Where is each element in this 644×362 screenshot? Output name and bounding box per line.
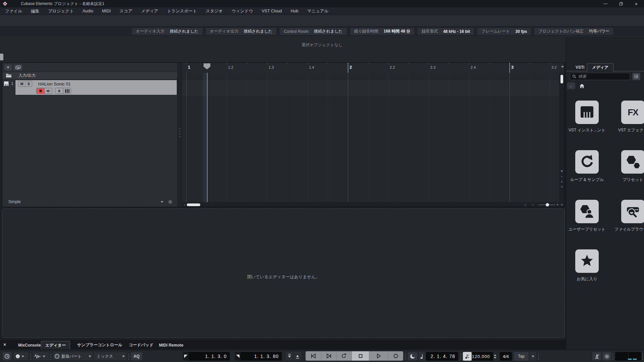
record-mode-group[interactable] — [13, 352, 28, 360]
midi-cycle-mode-group[interactable]: ミックス — [94, 352, 126, 360]
drag-handle[interactable] — [30, 354, 31, 355]
settings-gear-icon[interactable] — [168, 200, 172, 204]
close-lower-zone-icon[interactable]: × — [3, 342, 6, 347]
piano-tile[interactable] — [575, 101, 599, 124]
edit-instrument-button[interactable]: e — [55, 88, 63, 94]
audio-record-mode-group[interactable] — [33, 352, 49, 360]
horizontal-scrollbar[interactable]: ‹ › − + — [182, 202, 560, 207]
playhead-marker[interactable] — [203, 63, 211, 70]
info-item[interactable]: フレームレート30 fps — [477, 28, 531, 35]
metronome-button[interactable] — [592, 352, 601, 360]
drag-handle[interactable] — [460, 354, 461, 355]
restore-button[interactable] — [613, 0, 629, 7]
lower-zone-tab[interactable]: MixConsole — [14, 341, 45, 349]
drag-handle[interactable] — [405, 354, 406, 355]
drag-handle[interactable] — [642, 354, 643, 355]
monitor-button[interactable] — [44, 88, 52, 94]
right-locator-flag-icon[interactable] — [235, 352, 241, 361]
tempo-mode-dropdown[interactable] — [530, 352, 536, 361]
mute-button[interactable]: M — [18, 81, 25, 86]
scroll-left-icon[interactable]: ‹ — [182, 202, 187, 207]
event-display-canvas[interactable] — [182, 73, 560, 202]
info-item[interactable]: 残り録音時間168 時間 48 分 — [350, 28, 415, 35]
file-search-tile[interactable] — [621, 200, 644, 223]
input-output-channels-row[interactable]: 入力/出力 — [2, 72, 177, 79]
menu-item[interactable]: マニュアル — [303, 8, 333, 14]
menu-item[interactable]: 編集 — [26, 8, 44, 14]
drag-handle[interactable] — [128, 354, 129, 355]
tempo-spinner[interactable] — [494, 352, 496, 361]
hexagons-tile[interactable] — [621, 150, 644, 174]
menu-item[interactable]: スコア — [115, 8, 137, 14]
constrain-delay-compensation-icon[interactable] — [3, 352, 11, 360]
menu-item[interactable]: トランスポート — [163, 8, 201, 14]
primary-time-display[interactable]: 2. 1. 4. 78 — [426, 352, 458, 361]
vzoom-out-button[interactable]: − — [559, 174, 565, 178]
punch-out-button[interactable] — [294, 352, 301, 361]
hscroll-thumb[interactable] — [187, 203, 200, 206]
vzoom-in-button[interactable]: + — [559, 185, 565, 189]
tempo-down-icon[interactable] — [494, 357, 496, 359]
track-controls[interactable]: M S HALion Sonic 01 e — [15, 80, 177, 95]
media-search-box[interactable] — [570, 73, 630, 80]
menu-item[interactable]: ファイル — [1, 8, 26, 14]
vertical-scrollbar[interactable]: ▾ − ▪ + — [559, 73, 565, 202]
close-button[interactable]: × — [629, 0, 644, 7]
loop-tile[interactable] — [575, 150, 599, 174]
lower-zone-tab[interactable]: サンプラーコントロール — [73, 341, 126, 349]
menu-item[interactable]: MIDI — [98, 9, 115, 13]
stop-button[interactable] — [352, 351, 369, 361]
menu-item[interactable]: VST Cloud — [257, 9, 286, 13]
audio-mode-dropdown[interactable] — [43, 356, 45, 357]
left-locator-display[interactable]: 1. 1. 3. 0 — [189, 352, 230, 361]
crescent-icon[interactable] — [408, 352, 417, 360]
add-track-button[interactable]: + — [4, 64, 12, 70]
menu-item[interactable]: プロジェクト — [44, 8, 78, 14]
track-controls-preset-label[interactable]: Simple — [8, 199, 21, 204]
vzoom-thumb[interactable]: ▪ — [559, 180, 565, 184]
info-item[interactable]: プロジェクトのパン補正均等パワー — [534, 28, 613, 35]
hzoom-out-button[interactable]: − — [530, 202, 535, 207]
star-tile[interactable] — [575, 249, 599, 273]
go-to-previous-marker-button[interactable] — [306, 351, 321, 361]
cycle-button[interactable] — [336, 351, 352, 361]
midi-record-mode-dropdown[interactable] — [89, 356, 91, 357]
go-to-next-marker-button[interactable] — [321, 351, 336, 361]
vscroll-thumb[interactable] — [560, 75, 563, 83]
tempo-up-icon[interactable] — [494, 354, 496, 356]
time-format-note-icon[interactable] — [419, 352, 425, 361]
menu-item[interactable]: Audio — [78, 9, 98, 13]
record-mode-icon[interactable] — [16, 354, 20, 358]
menu-item[interactable]: スタジオ — [201, 8, 227, 14]
search-input[interactable] — [578, 74, 622, 79]
drag-handle[interactable] — [538, 354, 539, 355]
tempo-display[interactable]: 120.000 — [472, 352, 493, 361]
track-list-divider[interactable] — [177, 63, 182, 207]
drag-handle[interactable] — [612, 354, 613, 355]
record-mode-dropdown[interactable] — [21, 356, 24, 357]
menu-item[interactable]: Hub — [286, 9, 303, 13]
scroll-down-icon[interactable]: ▾ — [559, 169, 565, 173]
right-zone-tab-media[interactable]: メディア — [587, 63, 613, 72]
window-grip-handle[interactable] — [0, 54, 3, 60]
lower-zone-tab[interactable]: コードパッド — [125, 341, 157, 349]
left-locator-flag-icon[interactable] — [183, 352, 189, 361]
home-icon[interactable] — [579, 83, 585, 88]
instrument-button[interactable] — [63, 88, 71, 94]
track-name[interactable]: HALion Sonic 01 — [38, 81, 71, 86]
time-signature-display[interactable]: 4/4 — [500, 352, 512, 361]
punch-in-button[interactable] — [286, 352, 293, 361]
lower-zone-tab[interactable]: エディター — [41, 341, 70, 349]
scroll-right-icon[interactable]: › — [523, 202, 528, 207]
tap-tempo-button[interactable]: Tap — [514, 352, 529, 361]
playhead-line[interactable] — [207, 73, 208, 202]
media-back-button[interactable]: ← — [567, 82, 575, 89]
timeline-ruler[interactable]: 11.21.31.422.22.32.433.2 — [182, 63, 560, 73]
solo-button[interactable]: S — [25, 81, 32, 86]
record-button[interactable] — [388, 351, 403, 361]
minimize-button[interactable]: — — [598, 0, 613, 7]
tempo-track-button[interactable] — [463, 352, 472, 361]
media-list-view-icon[interactable] — [632, 73, 640, 80]
menu-item[interactable]: ウィンドウ — [227, 8, 257, 14]
lower-zone-tab[interactable]: MIDI Remote — [155, 341, 187, 349]
